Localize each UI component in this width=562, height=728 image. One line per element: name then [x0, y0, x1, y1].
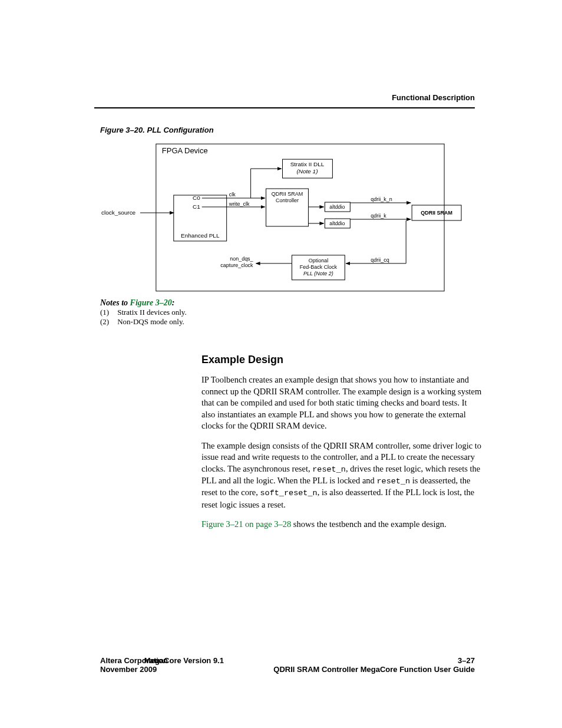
dll-label-1: Stratix II DLL	[290, 161, 325, 167]
note-2-number: (2)	[100, 317, 109, 327]
section-heading: Example Design	[201, 354, 482, 366]
c0-label: C0	[193, 195, 200, 201]
c1-label: C1	[193, 203, 200, 210]
fbpll-l1: Optional	[309, 258, 328, 263]
enhanced-pll-label: Enhanced PLL	[181, 232, 220, 239]
nondqs-l1: non_dqs_	[230, 256, 253, 262]
kn-label: qdrii_k_n	[371, 196, 392, 202]
figure-note-1: (1) Stratix II devices only.	[100, 308, 482, 317]
header-rule	[94, 107, 475, 108]
note-1-text: Stratix II devices only.	[117, 308, 187, 317]
clk-label: clk	[229, 192, 236, 197]
header-section-title: Functional Description	[392, 93, 475, 102]
p2-code2: reset_n	[376, 477, 410, 486]
figure-caption: Figure 3–20. PLL Configuration	[100, 126, 482, 134]
figure-notes-heading: Notes to Figure 3–20:	[100, 298, 482, 308]
fig321-link[interactable]: Figure 3–21 on page 3–28	[201, 519, 291, 529]
note-1-number: (1)	[100, 308, 109, 317]
fpga-device-label: FPGA Device	[162, 146, 208, 155]
fbpll-l3: PLL (Note 2)	[303, 271, 333, 276]
footer-center: MegaCore Version 9.1	[144, 656, 224, 665]
p2-code3: soft_reset_n	[260, 489, 317, 498]
pll-configuration-diagram: FPGA Device Stratix II DLL (Note 1) cloc…	[100, 140, 482, 295]
paragraph-2: The example design consists of the QDRII…	[201, 440, 482, 510]
figure-note-2: (2) Non-DQS mode only.	[100, 317, 482, 327]
notes-figref: Figure 3–20	[130, 298, 172, 307]
note-2-text: Non-DQS mode only.	[117, 317, 184, 327]
cq-label: qdrii_cq	[371, 257, 389, 263]
p2-code1: reset_n	[312, 465, 346, 474]
footer-date: November 2009	[100, 665, 168, 674]
page-header: Functional Description	[392, 93, 475, 102]
notes-trail: :	[172, 298, 175, 307]
k-label: qdrii_k	[371, 213, 386, 219]
p3-rest: shows the testbench and the example desi…	[291, 519, 446, 529]
footer-doc-title: QDRII SRAM Controller MegaCore Function …	[168, 665, 475, 674]
altddio1-label: altddio	[329, 204, 345, 210]
fbpll-l2: Fed-Back Clock	[300, 264, 338, 270]
dll-label-2: (Note 1)	[296, 168, 318, 174]
clock-source-label: clock_source	[101, 209, 136, 216]
write-clk-label: write_clk	[229, 201, 250, 207]
nondqs-l2: capture_clock	[220, 262, 253, 268]
notes-lead: Notes to	[100, 298, 130, 307]
altddio2-label: altddio	[329, 220, 345, 226]
sram-label: QDRII SRAM	[421, 210, 452, 216]
footer-pagenum: 3–27	[458, 656, 475, 665]
paragraph-1: IP Toolbench creates an example design t…	[201, 374, 482, 432]
page-footer: Altera Corporation November 2009 MegaCor…	[100, 656, 475, 674]
ctrl-label-1: QDRII SRAM	[272, 191, 303, 197]
paragraph-3: Figure 3–21 on page 3–28 shows the testb…	[201, 519, 482, 531]
ctrl-label-2: Controller	[276, 197, 299, 203]
